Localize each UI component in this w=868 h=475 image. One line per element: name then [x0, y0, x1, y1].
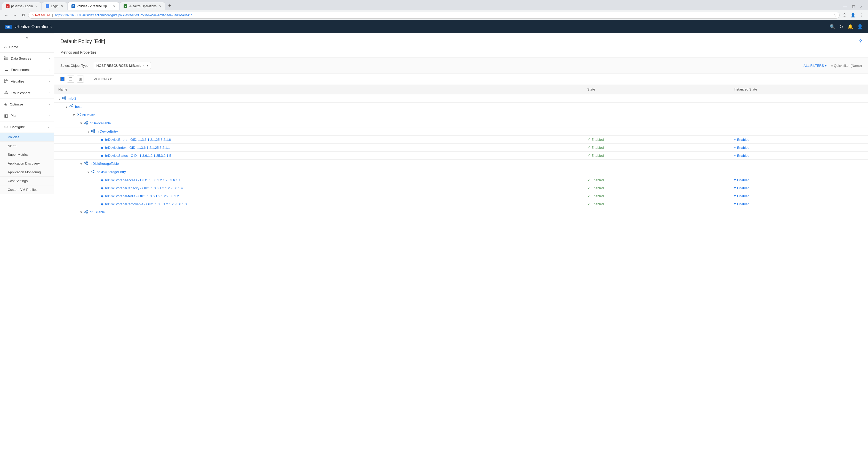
- state-enabled: ✓ Enabled: [587, 202, 725, 206]
- table-row: ◆hrDiskStorageMedia - OID: .1.3.6.1.2.1.…: [54, 192, 868, 200]
- tab-pfsense[interactable]: p pfSense - Login ×: [2, 2, 41, 10]
- table-header: Name State Instanced State: [54, 85, 868, 94]
- tab-vrealize[interactable]: v vRealize Operations ×: [120, 2, 165, 10]
- maximize-button[interactable]: □: [851, 3, 857, 10]
- close-browser-button[interactable]: ×: [859, 3, 864, 10]
- expand-icon[interactable]: ∨: [87, 130, 90, 133]
- tab-close-policies[interactable]: ×: [113, 4, 115, 8]
- reload-button[interactable]: ↺: [20, 11, 27, 19]
- user-icon[interactable]: 👤: [857, 24, 863, 30]
- sidebar-item-optimize[interactable]: ◈ Optimize ›: [0, 99, 54, 110]
- bookmark-icon[interactable]: ☆: [833, 13, 836, 17]
- cell-name: ◆hrDeviceIndex - OID: .1.3.6.1.2.1.25.3.…: [54, 144, 583, 151]
- extensions-button[interactable]: ⬡: [841, 11, 848, 19]
- instanced-state-value[interactable]: ∨ Enabled: [734, 146, 864, 149]
- expand-icon[interactable]: ∨: [66, 105, 68, 108]
- cost-settings-label: Cost Settings: [8, 179, 28, 183]
- cell-name: ◆hrDiskStorageAccess - OID: .1.3.6.1.2.1…: [54, 176, 583, 184]
- tab-favicon-pfsense: p: [6, 4, 9, 8]
- expand-icon[interactable]: ∨: [87, 170, 90, 174]
- expand-icon[interactable]: ∨: [80, 210, 82, 214]
- expand-icon[interactable]: ∨: [80, 122, 82, 125]
- sidebar-item-custom-vm-profiles[interactable]: Custom VM Profiles: [0, 185, 54, 194]
- tab-policies[interactable]: P Policies - vRealize Operations ×: [68, 2, 119, 10]
- expand-icon[interactable]: ∨: [80, 162, 82, 166]
- bell-icon[interactable]: 🔔: [847, 24, 853, 30]
- sidebar-collapse-button[interactable]: «: [0, 33, 54, 41]
- tab-close-pfsense[interactable]: ×: [35, 4, 37, 8]
- svg-rect-5: [6, 79, 8, 80]
- policies-label: Policies: [8, 135, 19, 139]
- forward-button[interactable]: →: [11, 12, 19, 19]
- help-icon[interactable]: ?: [859, 38, 862, 44]
- new-tab-button[interactable]: +: [166, 2, 174, 10]
- actions-dropdown[interactable]: ACTIONS ▾: [92, 76, 114, 82]
- sidebar-item-policies[interactable]: Policies: [0, 133, 54, 142]
- sidebar-item-data-sources[interactable]: Data Sources ›: [0, 53, 54, 64]
- check-circle-icon: ✓: [587, 145, 590, 149]
- list-view-button[interactable]: ☰: [67, 75, 74, 82]
- quick-filter-input[interactable]: ≡ Quick filter (Name): [831, 64, 862, 68]
- all-filters-arrow: ▾: [825, 64, 827, 68]
- address-bar[interactable]: ⚠ Not secure | https://192.168.1.90/ui/i…: [28, 12, 840, 19]
- profile-button[interactable]: 👤: [849, 11, 857, 19]
- sidebar-item-visualize[interactable]: Visualize ›: [0, 75, 54, 87]
- expand-icon[interactable]: ∨: [73, 113, 75, 117]
- svg-line-38: [86, 163, 87, 164]
- search-icon[interactable]: 🔍: [830, 24, 835, 30]
- refresh-icon[interactable]: ↻: [839, 24, 843, 30]
- cell-state: [583, 119, 730, 127]
- sidebar-item-troubleshoot[interactable]: Troubleshoot ›: [0, 87, 54, 99]
- cell-state: ✓ Enabled: [583, 200, 730, 208]
- sidebar-item-home[interactable]: ⌂ Home: [0, 41, 54, 53]
- sidebar-item-cost-settings[interactable]: Cost Settings: [0, 177, 54, 185]
- tab-close-login[interactable]: ×: [61, 4, 63, 8]
- tab-close-vrealize[interactable]: ×: [159, 4, 161, 8]
- optimize-icon: ◈: [4, 102, 7, 107]
- svg-point-34: [84, 163, 86, 164]
- svg-line-47: [86, 211, 87, 212]
- cell-instanced-state: [730, 208, 868, 216]
- instanced-state-value[interactable]: ∨ Enabled: [734, 154, 864, 158]
- clear-filter-button[interactable]: ×: [143, 63, 145, 68]
- svg-line-37: [86, 163, 87, 163]
- grid-view-button[interactable]: ⊞: [77, 75, 84, 82]
- sidebar-item-application-discovery[interactable]: Application Discovery: [0, 159, 54, 168]
- all-filters-button[interactable]: ALL FILTERS ▾: [804, 64, 827, 68]
- cell-instanced-state: ∨ Enabled: [730, 192, 868, 200]
- address-text: https://192.168.1.90/ui/index.action#con…: [55, 13, 831, 17]
- sidebar-item-application-monitoring[interactable]: Application Monitoring: [0, 168, 54, 177]
- instanced-state-value[interactable]: ∨ Enabled: [734, 138, 864, 142]
- sidebar-item-configure[interactable]: ⚙ Configure ∨: [0, 122, 54, 133]
- node-icon: [91, 170, 95, 174]
- sidebar-item-alerts[interactable]: Alerts: [0, 142, 54, 150]
- state-enabled: ✓ Enabled: [587, 137, 725, 142]
- data-sources-arrow: ›: [49, 57, 50, 60]
- sidebar-item-super-metrics[interactable]: Super Metrics: [0, 150, 54, 159]
- sidebar-item-plan[interactable]: ◧ Plan ›: [0, 110, 54, 122]
- cell-name: ∨ hrFSTable: [54, 208, 583, 216]
- tab-login[interactable]: L Login ×: [42, 2, 67, 10]
- table-row: ∨ hrFSTable: [54, 208, 868, 216]
- back-button[interactable]: ←: [3, 12, 10, 19]
- svg-point-24: [84, 122, 86, 124]
- plan-icon: ◧: [4, 113, 8, 118]
- sidebar-item-environment[interactable]: ☁ Environment ›: [0, 64, 54, 75]
- svg-line-27: [86, 122, 87, 123]
- browser-chrome: p pfSense - Login × L Login × P Policies…: [0, 0, 868, 21]
- menu-button[interactable]: ⋮: [858, 11, 865, 19]
- instanced-state-value[interactable]: ∨ Enabled: [734, 202, 864, 206]
- sidebar: « ⌂ Home Data Sources ›: [0, 33, 54, 475]
- check-circle-icon: ✓: [587, 137, 590, 142]
- instanced-state-value[interactable]: ∨ Enabled: [734, 194, 864, 198]
- cell-state: [583, 160, 730, 168]
- instanced-state-value[interactable]: ∨ Enabled: [734, 178, 864, 182]
- app-title: vRealize Operations: [14, 25, 52, 29]
- cell-instanced-state: ∨ Enabled: [730, 144, 868, 151]
- object-type-selector[interactable]: HOST-RESOURCES-MIB.mib × ▾: [94, 62, 151, 69]
- instanced-state-value[interactable]: ∨ Enabled: [734, 186, 864, 190]
- table-row: ◆hrDiskStorageRemoveble - OID: .1.3.6.1.…: [54, 200, 868, 208]
- minimize-button[interactable]: —: [841, 3, 849, 10]
- select-all-checkbox[interactable]: ✓: [60, 77, 64, 81]
- expand-icon[interactable]: ∨: [58, 97, 61, 100]
